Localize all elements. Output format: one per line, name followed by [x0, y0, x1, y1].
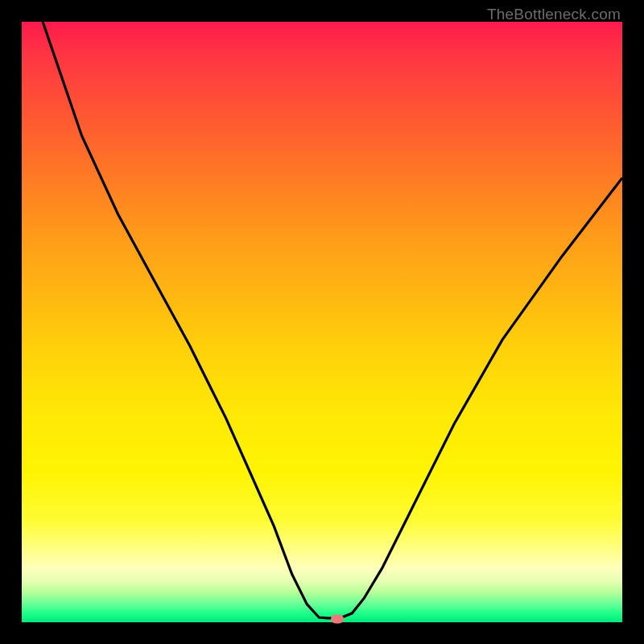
minimum-marker — [331, 614, 344, 623]
plot-area — [22, 22, 622, 622]
watermark-text: TheBottleneck.com — [487, 6, 621, 23]
bottleneck-curve — [43, 22, 622, 618]
curve-svg — [22, 22, 622, 622]
